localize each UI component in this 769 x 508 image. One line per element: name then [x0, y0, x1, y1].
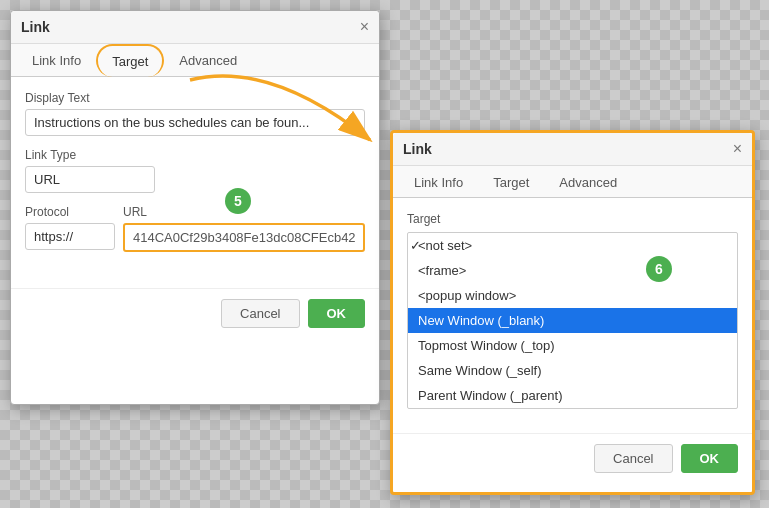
dialog-1-close-button[interactable]: ×: [360, 19, 369, 35]
dialog-1-cancel-button[interactable]: Cancel: [221, 299, 299, 328]
dropdown-item-parent-window[interactable]: Parent Window (_parent): [408, 383, 737, 408]
dialog-2-body: 6 Target <not set> <frame> <popup window…: [393, 198, 752, 423]
tab-link-info-2[interactable]: Link Info: [399, 166, 478, 198]
link-dialog-1: Link × Link Info Target Advanced Display…: [10, 10, 380, 405]
dialog-2-title: Link: [403, 141, 432, 157]
dialog-2-tabs: Link Info Target Advanced: [393, 166, 752, 198]
dropdown-item-same-window[interactable]: Same Window (_self): [408, 358, 737, 383]
tab-advanced-1[interactable]: Advanced: [164, 44, 252, 77]
link-type-field: Link Type: [25, 148, 365, 193]
tab-link-info-1[interactable]: Link Info: [17, 44, 96, 77]
dialog-2-titlebar: Link ×: [393, 133, 752, 166]
protocol-label: Protocol: [25, 205, 115, 219]
link-dialog-2: Link × Link Info Target Advanced 6 Targe…: [390, 130, 755, 495]
dialog-1-footer: Cancel OK: [11, 288, 379, 338]
dialog-1-titlebar: Link ×: [11, 11, 379, 44]
tab-target-1[interactable]: Target: [96, 44, 164, 77]
dialog-2-ok-button[interactable]: OK: [681, 444, 739, 473]
dropdown-item-not-set[interactable]: <not set>: [408, 233, 737, 258]
display-text-field: Display Text: [25, 91, 365, 136]
url-row: Protocol URL: [25, 205, 365, 252]
dialog-2-cancel-button[interactable]: Cancel: [594, 444, 672, 473]
dialog-1-ok-button[interactable]: OK: [308, 299, 366, 328]
dropdown-item-topmost[interactable]: Topmost Window (_top): [408, 333, 737, 358]
dialog-1-body: Display Text Link Type Protocol URL: [11, 77, 379, 278]
link-type-input[interactable]: [25, 166, 155, 193]
dialog-2-footer: Cancel OK: [393, 433, 752, 483]
target-label: Target: [407, 212, 738, 226]
protocol-input[interactable]: [25, 223, 115, 250]
link-type-label: Link Type: [25, 148, 365, 162]
dropdown-item-frame[interactable]: <frame>: [408, 258, 737, 283]
tab-target-2[interactable]: Target: [478, 166, 544, 198]
dropdown-item-new-window[interactable]: New Window (_blank): [408, 308, 737, 333]
dialog-1-title: Link: [21, 19, 50, 35]
dialog-1-tabs: Link Info Target Advanced: [11, 44, 379, 77]
badge-5: 5: [225, 188, 251, 214]
display-text-label: Display Text: [25, 91, 365, 105]
dialog-2-close-button[interactable]: ×: [733, 141, 742, 157]
protocol-field: Protocol: [25, 205, 115, 252]
display-text-input[interactable]: [25, 109, 365, 136]
target-dropdown-list: <not set> <frame> <popup window> New Win…: [407, 232, 738, 409]
tab-advanced-2[interactable]: Advanced: [544, 166, 632, 198]
url-input[interactable]: [123, 223, 365, 252]
dropdown-item-popup[interactable]: <popup window>: [408, 283, 737, 308]
